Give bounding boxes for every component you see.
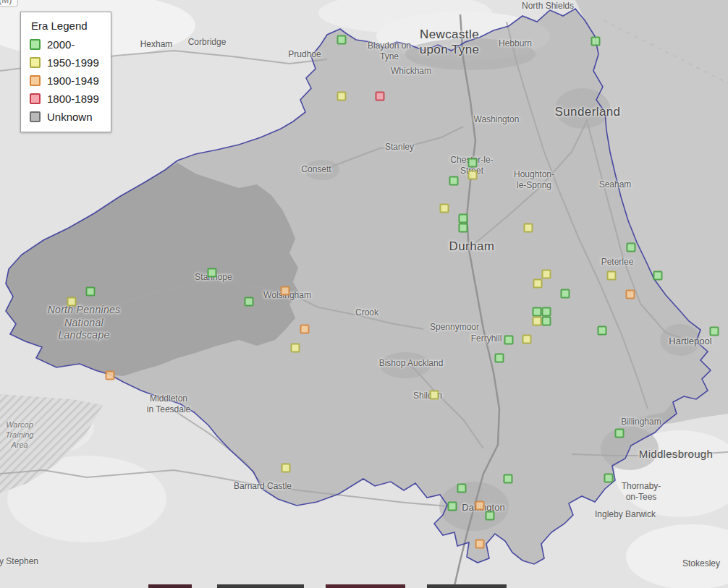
legend-label-1950: 1950-1999 [47,56,99,69]
era-marker-2000[interactable] [542,307,551,317]
era-marker-1950[interactable] [533,317,542,326]
era-marker-2000[interactable] [710,327,719,336]
map-root[interactable]: Newcastleupon TyneNorth ShieldsHebburnSu… [0,0,728,588]
era-marker-1950[interactable] [524,223,533,233]
era-marker-2000[interactable] [449,176,459,186]
era-marker-2000[interactable] [448,502,457,511]
era-marker-1950[interactable] [533,279,543,289]
legend-title: Era Legend [31,20,99,32]
era-marker-2000[interactable] [598,326,607,336]
legend-label-1800: 1800-1899 [47,93,99,105]
era-marker-2000[interactable] [533,307,542,317]
era-marker-2000[interactable] [591,37,601,46]
legend-item-2000: 2000- [30,38,99,51]
era-marker-1950[interactable] [542,270,551,279]
era-marker-1800[interactable] [376,92,385,101]
era-marker-1950[interactable] [291,344,300,353]
era-marker-1950[interactable] [337,92,347,101]
legend-item-1900: 1900-1949 [30,74,99,87]
era-marker-2000[interactable] [459,223,468,233]
era-marker-1950[interactable] [67,297,77,307]
era-marker-2000[interactable] [486,511,495,521]
legend-item-unknown: Unknown [30,111,99,123]
era-marker-1900[interactable] [300,325,310,334]
era-marker-2000[interactable] [604,474,614,483]
era-marker-1900[interactable] [626,290,635,299]
era-marker-2000[interactable] [337,35,347,45]
era-marker-1900[interactable] [475,540,485,549]
era-marker-2000[interactable] [653,271,663,281]
era-marker-1950[interactable] [522,335,532,344]
era-marker-2000[interactable] [504,474,513,484]
era-marker-1900[interactable] [475,501,485,511]
era-marker-2000[interactable] [615,429,625,438]
era-marker-2000[interactable] [86,287,96,297]
legend-item-1950: 1950-1999 [30,56,99,69]
legend-swatch-1950 [30,57,41,68]
era-marker-2000[interactable] [457,484,467,493]
era-marker-1950[interactable] [468,171,478,180]
era-legend: Era Legend 2000-1950-19991900-19491800-1… [20,12,111,132]
legend-label-2000: 2000- [47,38,75,51]
legend-label-unknown: Unknown [47,111,93,123]
era-marker-2000[interactable] [504,336,514,345]
era-marker-2000[interactable] [245,297,254,307]
legend-swatch-unknown [30,111,41,122]
era-marker-2000[interactable] [208,268,217,278]
era-marker-2000[interactable] [627,243,636,252]
legend-label-1900: 1900-1949 [47,74,99,87]
era-marker-1950[interactable] [282,464,291,473]
legend-item-1800: 1800-1899 [30,93,99,105]
era-marker-2000[interactable] [468,158,478,168]
era-marker-2000[interactable] [459,214,468,223]
era-marker-2000[interactable] [561,289,570,299]
era-marker-1950[interactable] [607,271,617,281]
era-marker-1950[interactable] [430,391,439,400]
era-marker-1900[interactable] [281,286,290,296]
legend-swatch-2000 [30,39,41,50]
legend-items: 2000-1950-19991900-19491800-1899Unknown [30,38,99,123]
era-marker-1900[interactable] [106,371,115,380]
era-marker-1950[interactable] [440,204,449,213]
era-marker-2000[interactable] [495,354,504,363]
legend-swatch-1800 [30,93,41,104]
era-marker-2000[interactable] [542,317,551,326]
legend-swatch-1900 [30,75,41,86]
